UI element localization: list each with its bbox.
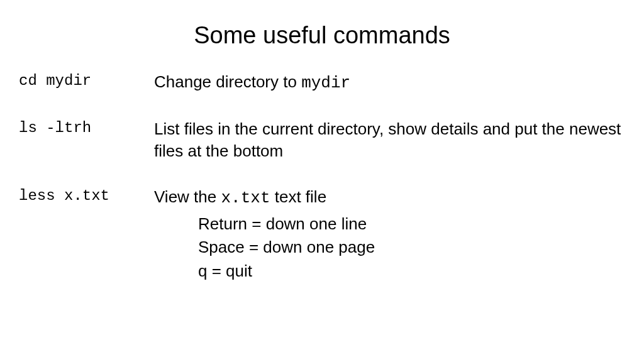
command-description: Change directory to mydir: [154, 71, 625, 94]
command-description: List files in the current directory, sho…: [154, 118, 625, 162]
desc-text: View the: [154, 187, 221, 206]
sub-item: Return = down one line: [198, 213, 625, 235]
desc-text: Change directory to: [154, 72, 301, 91]
sub-list: Return = down one line Space = down one …: [198, 213, 625, 282]
command-text: cd mydir: [19, 71, 154, 89]
desc-text: List files in the current directory, sho…: [154, 119, 621, 160]
command-text: less x.txt: [19, 186, 154, 204]
sub-item: Space = down one page: [198, 236, 625, 258]
command-row: ls -ltrh List files in the current direc…: [19, 118, 625, 162]
command-list: cd mydir Change directory to mydir ls -l…: [19, 71, 625, 283]
desc-mono: mydir: [301, 74, 350, 92]
page-title: Some useful commands: [19, 22, 625, 49]
command-text: ls -ltrh: [19, 118, 154, 136]
command-description: View the x.txt text file Return = down o…: [154, 186, 625, 283]
sub-item: q = quit: [198, 260, 625, 282]
command-row: cd mydir Change directory to mydir: [19, 71, 625, 94]
command-row: less x.txt View the x.txt text file Retu…: [19, 186, 625, 283]
desc-mono: x.txt: [221, 189, 270, 207]
desc-text: text file: [270, 187, 327, 206]
